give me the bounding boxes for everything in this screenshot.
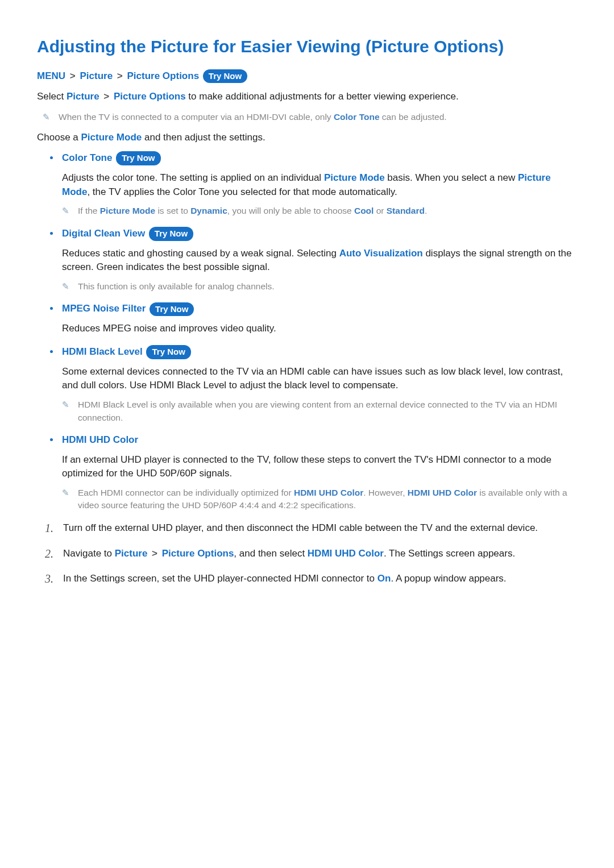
pencil-icon: ✎ [62,205,69,217]
try-now-button[interactable]: Try Now [203,69,247,84]
note-hdmi-dvi: ✎ When the TV is connected to a computer… [43,111,580,123]
option-title-mpeg[interactable]: MPEG Noise Filter [62,303,146,314]
link-cool[interactable]: Cool [354,206,374,215]
step-1: Turn off the external UHD player, and th… [45,521,580,535]
try-now-button[interactable]: Try Now [150,302,194,317]
text: , and then select [234,548,307,559]
text: to make additional adjustments for a bet… [186,91,459,102]
note-color-tone: ✎ If the Picture Mode is set to Dynamic,… [62,205,580,217]
link-auto-visualization[interactable]: Auto Visualization [339,248,423,259]
chevron-right-icon: > [70,70,76,81]
text: Navigate to [63,548,115,559]
link-picture-options[interactable]: Picture Options [162,548,234,559]
option-desc: Adjusts the color tone. The setting is a… [62,171,580,199]
step-2: Navigate to Picture > Picture Options, a… [45,547,580,561]
page-title: Adjusting the Picture for Easier Viewing… [37,34,580,59]
option-hdmi-black-level: HDMI Black Level Try Now Some external d… [60,345,580,424]
text: Choose a [37,132,81,143]
text: or [374,206,386,215]
link-picture-mode[interactable]: Picture Mode [100,206,155,215]
link-color-tone[interactable]: Color Tone [334,112,380,122]
note-hdmi-uhd: ✎ Each HDMI connector can be individuall… [62,487,580,512]
text: Reduces static and ghosting caused by a … [62,248,339,259]
option-desc: Some external devices connected to the T… [62,365,580,393]
text: , the TV applies the Color Tone you sele… [87,186,397,197]
option-title-dcv[interactable]: Digital Clean View [62,228,145,239]
link-hdmi-uhd-color[interactable]: HDMI UHD Color [294,488,363,497]
text: . [425,206,427,215]
option-title-hdmi-uhd[interactable]: HDMI UHD Color [62,434,138,445]
try-now-button[interactable]: Try Now [149,227,193,241]
link-hdmi-uhd-color[interactable]: HDMI UHD Color [308,548,384,559]
breadcrumb: MENU > Picture > Picture Options Try Now [37,69,580,84]
text: Each HDMI connector can be individually … [78,488,294,497]
note-hdmi-black: ✎ HDMI Black Level is only available whe… [62,398,580,424]
intro-text: Select Picture > Picture Options to make… [37,90,580,104]
chevron-right-icon: > [152,548,157,559]
link-picture-mode[interactable]: Picture Mode [324,172,385,183]
text: is set to [155,206,190,215]
text: . However, [363,488,408,497]
link-on[interactable]: On [377,573,391,584]
option-title-hdmi-black[interactable]: HDMI Black Level [62,346,143,357]
text: . A popup window appears. [391,573,506,584]
try-now-button[interactable]: Try Now [116,151,160,165]
text: . The Settings screen appears. [384,548,515,559]
steps-list: Turn off the external UHD player, and th… [45,521,580,586]
pencil-icon: ✎ [43,111,50,123]
pencil-icon: ✎ [62,398,69,411]
pencil-icon: ✎ [62,280,69,293]
text: This function is only available for anal… [78,281,275,291]
option-digital-clean-view: Digital Clean View Try Now Reduces stati… [60,227,580,293]
text: When the TV is connected to a computer v… [59,112,334,122]
text: In the Settings screen, set the UHD play… [63,573,377,584]
option-title-color-tone[interactable]: Color Tone [62,152,112,163]
option-color-tone: Color Tone Try Now Adjusts the color ton… [60,151,580,218]
text: basis. When you select a new [385,172,518,183]
option-desc: If an external UHD player is connected t… [62,453,580,481]
option-desc: Reduces MPEG noise and improves video qu… [62,322,580,336]
link-standard[interactable]: Standard [387,206,425,215]
breadcrumb-picture-options[interactable]: Picture Options [127,70,200,81]
link-dynamic[interactable]: Dynamic [190,206,227,215]
chevron-right-icon: > [117,70,123,81]
link-picture[interactable]: Picture [115,548,148,559]
link-picture-mode[interactable]: Picture Mode [81,132,142,143]
text: Select [37,91,67,102]
option-desc: Reduces static and ghosting caused by a … [62,247,580,275]
option-mpeg-noise-filter: MPEG Noise Filter Try Now Reduces MPEG n… [60,302,580,336]
text: can be adjusted. [380,112,447,122]
text: , you will only be able to choose [227,206,354,215]
note-dcv: ✎ This function is only available for an… [62,280,580,293]
chevron-right-icon: > [103,91,109,102]
step-3: In the Settings screen, set the UHD play… [45,572,580,586]
text: HDMI Black Level is only available when … [78,400,557,422]
choose-text: Choose a Picture Mode and then adjust th… [37,131,580,145]
link-picture[interactable]: Picture [67,91,99,102]
breadcrumb-picture[interactable]: Picture [80,70,113,81]
text: If the [78,206,100,215]
text: Adjusts the color tone. The setting is a… [62,172,324,183]
text: and then adjust the settings. [142,132,265,143]
option-hdmi-uhd-color: HDMI UHD Color If an external UHD player… [60,433,580,512]
link-picture-options[interactable]: Picture Options [114,91,186,102]
breadcrumb-menu[interactable]: MENU [37,70,65,81]
try-now-button[interactable]: Try Now [146,345,190,359]
pencil-icon: ✎ [62,487,69,499]
link-hdmi-uhd-color[interactable]: HDMI UHD Color [408,488,477,497]
